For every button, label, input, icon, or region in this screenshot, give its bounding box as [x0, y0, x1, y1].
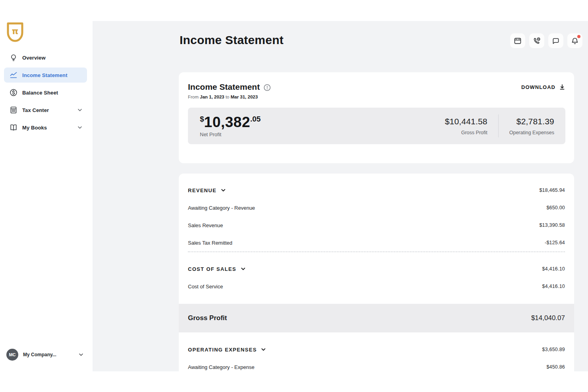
sidebar-item-label: My Books: [22, 125, 47, 131]
net-profit-amount: 10,382: [204, 114, 250, 130]
row-amount: -$125.64: [545, 240, 565, 245]
table-row: Cost of Service $4,416.10: [188, 278, 565, 295]
table-row: OPERATING EXPENSES $3,650.89: [188, 341, 565, 358]
sidebar-item-tax-center[interactable]: Tax Center: [4, 102, 87, 118]
row-amount: $18,465.94: [539, 187, 565, 193]
table-row: Sales Revenue $13,390.58: [188, 216, 565, 234]
row-amount: $13,390.58: [539, 222, 565, 228]
table-row: Sales Tax Remitted -$125.64: [188, 234, 565, 251]
page-title: Income Statement: [180, 33, 284, 47]
row-amount: $3,650.89: [542, 347, 565, 352]
gross-profit-block: $10,441.58 Gross Profit: [445, 117, 487, 135]
operating-expenses-value: $2,781.39: [509, 117, 554, 126]
chevron-down-icon: [78, 351, 84, 358]
net-profit-label: Net Profit: [200, 131, 261, 137]
table-row: REVENUE $18,465.94: [188, 182, 565, 199]
company-selector[interactable]: MC My Company...: [6, 349, 84, 361]
gross-profit-label: Gross Profit: [445, 130, 487, 135]
table-row: Awaiting Category - Revenue $650.00: [188, 199, 565, 216]
info-icon[interactable]: [263, 84, 271, 91]
net-profit-cents: .05: [250, 115, 261, 123]
brand-logo[interactable]: π: [5, 21, 25, 44]
row-label: Awaiting Category - Revenue: [188, 205, 255, 211]
summary-divider: [498, 114, 499, 137]
sidebar-item-my-books[interactable]: My Books: [4, 120, 87, 135]
sidebar-nav: Overview Income Statement Balance Sheet: [4, 50, 87, 137]
section-divider: [188, 251, 565, 252]
sidebar-item-balance-sheet[interactable]: Balance Sheet: [4, 85, 87, 100]
header-actions: [510, 33, 582, 48]
company-avatar: MC: [6, 349, 18, 361]
gross-profit-value: $10,441.58: [445, 117, 487, 126]
chevron-down-icon: [220, 187, 226, 193]
download-button[interactable]: DOWNLOAD: [521, 82, 565, 92]
dollar-circle-icon: [9, 88, 18, 97]
total-amount: $14,040.07: [531, 314, 565, 322]
row-amount: $450.86: [546, 364, 565, 370]
net-profit-currency: $: [200, 115, 204, 123]
date-to: Mar 31, 2023: [230, 95, 257, 99]
sidebar-item-income-statement[interactable]: Income Statement: [4, 68, 87, 83]
row-amount: $4,416.10: [542, 284, 565, 289]
section-operating-expenses-toggle[interactable]: OPERATING EXPENSES: [188, 347, 266, 353]
row-amount: $650.00: [546, 205, 565, 210]
lightbulb-icon: [9, 53, 18, 62]
report-header-card: Income Statement From Jan 1, 2023 to Mar…: [179, 72, 574, 163]
sidebar-item-overview[interactable]: Overview: [4, 50, 87, 65]
row-amount: $4,416.10: [542, 266, 565, 272]
sidebar-item-label: Tax Center: [22, 107, 49, 113]
row-label: Cost of Service: [188, 284, 223, 290]
section-label: REVENUE: [188, 187, 217, 193]
row-label: Awaiting Category - Expense: [188, 364, 254, 370]
company-name: My Company...: [23, 352, 56, 357]
notification-badge: [577, 35, 580, 38]
call-button[interactable]: [529, 33, 544, 48]
pi-shield-icon: π: [5, 21, 25, 44]
report-date-range: From Jan 1, 2023 to Mar 31, 2023: [188, 95, 271, 99]
total-label: Gross Profit: [188, 314, 227, 322]
chevron-down-icon: [77, 107, 83, 113]
book-icon: [9, 123, 18, 132]
chat-button[interactable]: [548, 33, 563, 48]
sidebar: π Overview Income Statement: [0, 0, 93, 392]
section-label: COST OF SALES: [188, 266, 236, 272]
section-cost-of-sales-toggle[interactable]: COST OF SALES: [188, 266, 246, 272]
chat-icon: [551, 37, 560, 45]
main-content: Income Statement: [93, 21, 588, 371]
chevron-down-icon: [77, 124, 83, 131]
chevron-down-icon: [240, 266, 246, 272]
sidebar-item-label: Overview: [22, 55, 46, 61]
operating-expenses-label: Operating Expenses: [509, 130, 554, 135]
svg-text:π: π: [12, 27, 19, 36]
row-label: Sales Revenue: [188, 222, 223, 228]
report-card-title: Income Statement: [188, 82, 260, 92]
download-icon: [559, 84, 565, 90]
notifications-button[interactable]: [567, 33, 582, 48]
chevron-down-icon: [261, 347, 266, 352]
phone-clock-icon: [532, 37, 541, 45]
net-profit-block: $10,382.05 Net Profit: [200, 115, 261, 137]
sidebar-item-label: Income Statement: [22, 72, 68, 78]
calendar-icon: [513, 37, 522, 45]
section-revenue-toggle[interactable]: REVENUE: [188, 187, 226, 193]
date-from: Jan 1, 2023: [200, 95, 224, 99]
operating-expenses-block: $2,781.39 Operating Expenses: [509, 117, 554, 135]
section-label: OPERATING EXPENSES: [188, 347, 257, 353]
line-chart-icon: [9, 71, 18, 79]
table-row: Awaiting Category - Expense $450.86: [188, 358, 565, 371]
calendar-button[interactable]: [510, 33, 525, 48]
table-row: COST OF SALES $4,416.10: [188, 260, 565, 278]
row-label: Sales Tax Remitted: [188, 240, 232, 246]
sidebar-item-label: Balance Sheet: [22, 90, 58, 96]
summary-bar: $10,382.05 Net Profit $10,441.58 Gross P…: [188, 108, 565, 144]
statement-table-card: REVENUE $18,465.94 Awaiting Category - R…: [179, 174, 574, 371]
download-label: DOWNLOAD: [521, 84, 555, 90]
gross-profit-total-row: Gross Profit $14,040.07: [179, 304, 574, 332]
calculator-icon: [9, 106, 18, 114]
